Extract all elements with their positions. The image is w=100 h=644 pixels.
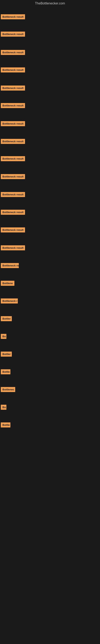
- bottleneck-bar: Bottleneck result: [1, 68, 25, 72]
- bottleneck-bar: Bo: [1, 405, 6, 410]
- bottleneck-bar: Bottlenec: [1, 387, 15, 392]
- bottleneck-bar: Bottleneck re: [1, 263, 19, 268]
- bottleneck-bar: Bottleneck result: [1, 210, 25, 215]
- bottleneck-bar: Bottleneck result: [1, 32, 25, 37]
- bottleneck-bar: Bottle: [1, 422, 10, 428]
- bottleneck-bar: Bottler: [1, 352, 12, 356]
- bottleneck-bar: Bottleneck result: [1, 245, 25, 250]
- bottleneck-bar: Bottleneck result: [1, 192, 25, 197]
- bottleneck-bar: Bottleneck result: [1, 14, 25, 19]
- bottleneck-bar: Bottleneck result: [1, 50, 25, 55]
- bottleneck-bar: Bottleneck result: [1, 121, 25, 126]
- bottleneck-bar: Bottleneck result: [1, 86, 25, 90]
- bottleneck-bar: Bottlene: [1, 281, 14, 286]
- bottleneck-bar: Bottleneck result: [1, 174, 25, 179]
- bottleneck-bar: Bottler: [1, 316, 12, 321]
- bottleneck-bar: Bottleneck result: [1, 139, 25, 144]
- bottleneck-bar: Bottleneck result: [1, 103, 25, 108]
- bottleneck-bar: Bo: [1, 334, 6, 339]
- page-title: TheBottlenecker.com: [0, 0, 100, 7]
- bottleneck-bar: Bottle: [1, 369, 10, 374]
- bottleneck-bar: Bottleneck r: [1, 298, 18, 304]
- bottleneck-bar: Bottleneck result: [1, 228, 25, 232]
- bottleneck-bar: Bottleneck result: [1, 156, 25, 161]
